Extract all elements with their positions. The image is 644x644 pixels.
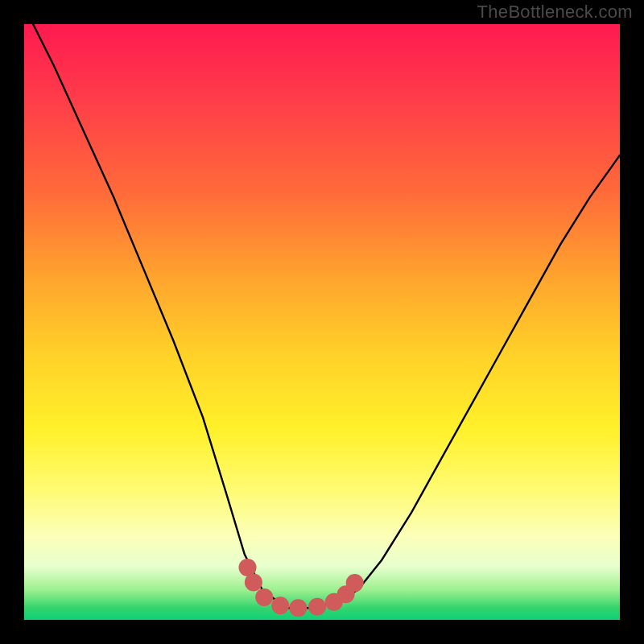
marker-dot: [289, 599, 307, 617]
chart-container: TheBottleneck.com: [0, 0, 644, 644]
marker-dots-group: [239, 559, 364, 617]
marker-dot: [308, 598, 326, 616]
marker-dot: [271, 597, 289, 614]
marker-dot: [255, 588, 273, 606]
curve-svg: [24, 24, 620, 620]
marker-dot: [346, 574, 364, 592]
plot-area: [24, 24, 620, 620]
main-curve-path: [24, 24, 620, 608]
watermark-text: TheBottleneck.com: [477, 2, 633, 23]
marker-dot: [245, 573, 262, 591]
